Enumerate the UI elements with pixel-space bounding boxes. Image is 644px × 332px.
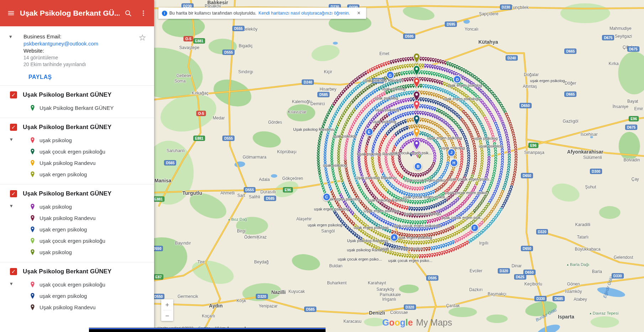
map-place-label: İslamköy <box>565 289 582 294</box>
letter-marker[interactable]: C <box>322 193 331 201</box>
zoom-in-button[interactable]: + <box>161 299 173 310</box>
layer-item[interactable]: Uşak Psikolog Berkant GÜNEY <box>29 102 154 113</box>
notice-learn-link[interactable]: Kendi haritanızı nasıl oluşturacağınızı … <box>259 11 350 16</box>
map-place-label: Barla <box>592 269 602 274</box>
road-badge: D555 <box>244 187 256 193</box>
map-pin-icon <box>29 293 36 299</box>
map-place-label: Salihli <box>249 194 260 199</box>
map-pin-icon <box>29 137 36 144</box>
layer-collapse-icon[interactable]: ▾ <box>10 134 23 180</box>
map-pin-icon <box>29 160 36 166</box>
layer-item[interactable]: uşak ergen psikolog <box>29 290 154 301</box>
layer-checkbox[interactable]: ✓ <box>10 190 17 197</box>
layer-item[interactable]: uşak psikolog <box>29 201 154 212</box>
google-logo-letter: G <box>382 317 389 327</box>
layer-item[interactable]: Uşak psikolog Randevu <box>29 301 154 313</box>
share-button[interactable]: PAYLAŞ <box>26 73 54 82</box>
layer-item[interactable]: uşak çocuk ergen psikoloğu <box>29 146 154 157</box>
layer-item[interactable]: uşak çocuk ergen psikoloğu <box>29 235 154 246</box>
layer-item[interactable]: uşak psikolog <box>29 246 154 258</box>
featured-pin[interactable] <box>413 139 421 150</box>
map-place-label: Kütahya <box>478 39 498 45</box>
road-badge: D320 <box>256 294 268 299</box>
map-place-label: Saruhanlı <box>167 148 185 153</box>
road-badge: D555 <box>222 49 234 55</box>
map-place-label: Emir <box>634 106 643 111</box>
layer-collapse-icon[interactable]: ▾ <box>10 279 23 313</box>
featured-pin[interactable] <box>413 77 421 88</box>
marker-title-label: uşak ergen psikolog <box>530 79 565 83</box>
map-place-label: İscehisar <box>581 132 598 137</box>
letter-marker[interactable]: F <box>470 224 479 232</box>
favorite-star-icon[interactable]: ☆ <box>138 33 146 43</box>
map-place-label: Adala <box>259 177 270 182</box>
letter-marker[interactable]: E <box>365 128 373 136</box>
publish-date: 20 Ekim tarihinde yayınlandı <box>23 61 151 67</box>
letter-marker[interactable]: D <box>453 75 461 84</box>
marker-title-label: uşak psikolog <box>374 96 398 100</box>
layer-item[interactable]: Uşak psikolog Randevu <box>29 157 154 168</box>
zoom-out-button[interactable]: − <box>161 310 173 321</box>
collapse-chevron-icon[interactable]: ▾ <box>9 33 23 83</box>
letter-marker[interactable]: G <box>386 71 394 79</box>
map-place-label: Savaştepe <box>179 45 200 50</box>
map-pin-icon <box>29 226 36 233</box>
road-badge: D565 <box>164 160 176 165</box>
map-area[interactable]: BalıkesirPaşaköyPamukçuTunçbilekŞapçıder… <box>154 0 644 332</box>
marker-title-label: uşak psikolog <box>375 108 399 112</box>
layer-item[interactable]: uşak çocuk ergen psikoloğu <box>29 279 154 290</box>
featured-pin[interactable] <box>413 114 421 125</box>
menu-button[interactable] <box>4 6 18 20</box>
business-email-link[interactable]: pskberkantguney@outlook.com <box>23 41 151 47</box>
map-place-label: Birgi <box>237 229 246 234</box>
marker-title-label: uşak çocuk ergen psiko... <box>381 246 425 251</box>
layer-item-label: uşak çocuk ergen psikoloğu <box>39 238 105 244</box>
map-overlays: BalıkesirPaşaköyPamukçuTunçbilekŞapçıder… <box>154 0 644 332</box>
featured-pin[interactable] <box>413 127 421 138</box>
map-place-label: Afyonkarahisar <box>567 149 603 155</box>
layer-item-label: uşak psikolog <box>39 137 72 143</box>
letter-marker[interactable]: B <box>414 162 422 170</box>
map-place-label: Sinanpaşa <box>524 150 544 155</box>
road-badge: D595 <box>403 33 415 39</box>
layer-item-label: uşak ergen psikolog <box>39 226 87 232</box>
map-place-label: Atabey <box>574 297 587 302</box>
letter-marker[interactable]: J <box>447 148 455 156</box>
map-place-label: Buharkent <box>327 280 347 285</box>
search-button[interactable] <box>122 7 135 20</box>
layer-item[interactable]: Uşak psikolog Randevu <box>29 212 154 224</box>
map-place-label: Boz Dağ <box>228 217 247 221</box>
layer-item[interactable]: uşak psikolog <box>29 134 154 146</box>
letter-marker[interactable]: A <box>390 233 398 241</box>
featured-pin[interactable] <box>413 65 421 76</box>
app-window: Uşak Psikolog Berkant GÜ... ▾ Business E… <box>0 0 644 332</box>
sidebar-scroll-area[interactable]: ▾ Business Email: pskberkantguney@outloo… <box>0 26 154 332</box>
layer-collapse-icon[interactable]: ▾ <box>10 201 23 258</box>
letter-marker[interactable]: H <box>450 159 458 167</box>
layer-item[interactable]: uşak ergen psikolog <box>29 224 154 235</box>
map-place-label: Evciler <box>470 268 482 273</box>
road-badge: D585 <box>317 92 329 97</box>
map-notice-bar: i Bu harita bir kullanıcı tarafından olu… <box>158 7 366 19</box>
layer-checkbox[interactable]: ✓ <box>10 268 17 275</box>
more-options-button[interactable] <box>137 7 150 20</box>
marker-title-label: uşak psikolog <box>479 144 503 148</box>
map-pin-icon <box>29 215 36 221</box>
marker-title-label: Uşak psikolog Randevu <box>293 127 334 132</box>
road-badge: D550 <box>154 294 164 299</box>
google-my-maps-logo: Google My Maps <box>382 317 452 328</box>
map-place-label: Şapçıdere <box>479 11 498 16</box>
marker-title-label: uşak ergen psikoloğu <box>443 97 480 101</box>
featured-pin[interactable] <box>413 53 421 64</box>
map-place-label: Tire <box>197 259 205 264</box>
map-place-label: Sarayköy <box>376 287 394 292</box>
layer-item[interactable]: uşak ergen psikolog <box>29 168 154 180</box>
layer-checkbox[interactable]: ✓ <box>10 91 17 98</box>
layer-checkbox[interactable]: ✓ <box>10 124 17 131</box>
featured-pin[interactable] <box>413 100 421 111</box>
road-badge: E96 <box>283 187 293 193</box>
notice-close-button[interactable]: × <box>355 10 363 17</box>
map-place-label: Tatarlı <box>577 235 589 240</box>
map-info-section: ▾ Business Email: pskberkantguney@outloo… <box>0 26 154 85</box>
map-place-label: Döğer <box>565 81 576 86</box>
